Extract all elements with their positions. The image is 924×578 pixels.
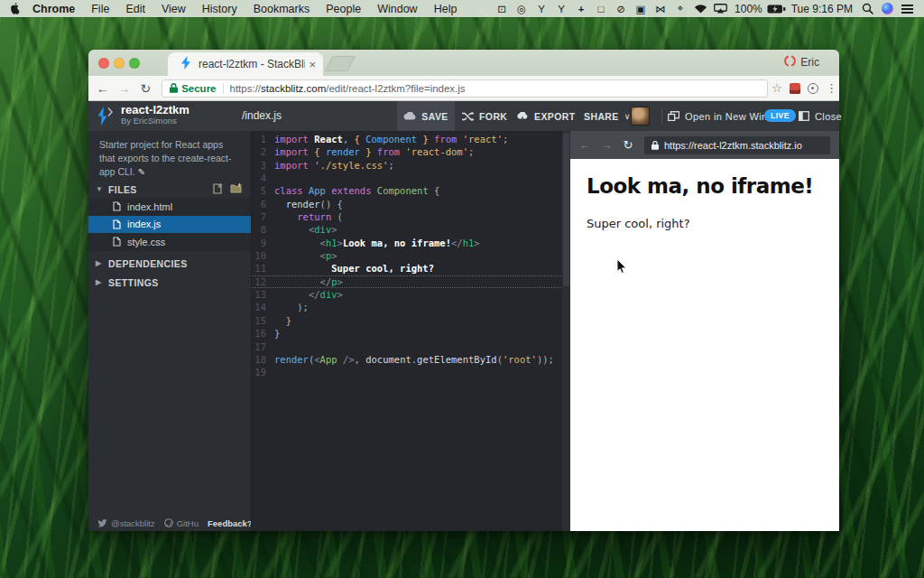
- menu-item-people[interactable]: People: [318, 3, 369, 15]
- code-line-17[interactable]: 17: [252, 340, 570, 353]
- new-file-icon[interactable]: [213, 183, 223, 196]
- menu-item-edit[interactable]: Edit: [117, 3, 153, 15]
- bookmark-star-icon[interactable]: ☆: [772, 81, 782, 95]
- github-link[interactable]: GitHu: [164, 518, 199, 528]
- preview-lock-icon: [651, 141, 659, 150]
- screenshot-app-icon[interactable]: ▣: [631, 0, 651, 17]
- health-app-icon[interactable]: +: [571, 0, 591, 17]
- code-line-3[interactable]: 3import './style.css';: [252, 159, 570, 172]
- dependencies-section-header[interactable]: ▶ DEPENDENCIES: [88, 255, 251, 272]
- save-button[interactable]: SAVE: [397, 101, 455, 131]
- extension-icon-1[interactable]: [790, 83, 800, 94]
- airplay-icon[interactable]: [710, 0, 730, 17]
- export-button[interactable]: EXPORT: [516, 101, 576, 131]
- editor-scrollbar-thumb[interactable]: [563, 133, 569, 286]
- file-row-style.css[interactable]: style.css: [88, 233, 251, 251]
- edit-description-icon[interactable]: ✎: [138, 167, 145, 177]
- preview-back-button[interactable]: ←: [574, 138, 596, 152]
- wifi-icon[interactable]: [690, 0, 710, 17]
- tab-close-icon[interactable]: ×: [309, 58, 316, 71]
- window-minimize-button[interactable]: [114, 58, 125, 69]
- file-row-index.js[interactable]: index.js: [88, 216, 251, 234]
- close-preview-button[interactable]: Close: [799, 101, 842, 131]
- window-app-icon[interactable]: □: [591, 0, 611, 17]
- back-button[interactable]: ←: [92, 81, 114, 96]
- clock[interactable]: Tue 9:16 PM: [787, 3, 857, 15]
- macos-menu-bar: Chrome File Edit View History Bookmarks …: [0, 0, 924, 17]
- code-line-7[interactable]: 7 return (: [252, 210, 570, 223]
- reload-button[interactable]: ↻: [134, 81, 156, 96]
- code-line-16[interactable]: 16}: [252, 327, 570, 340]
- line-number: 19: [252, 366, 266, 378]
- code-line-8[interactable]: 8 <div>: [252, 223, 570, 236]
- preview-forward-button[interactable]: →: [596, 138, 617, 152]
- browser-profile[interactable]: Eric: [784, 55, 819, 70]
- window-close-button[interactable]: [98, 58, 109, 69]
- new-folder-icon[interactable]: [230, 183, 242, 196]
- code-line-18[interactable]: 18render(<App />, document.getElementByI…: [252, 353, 570, 366]
- menu-item-chrome[interactable]: Chrome: [24, 3, 83, 15]
- share-button[interactable]: SHARE ∨: [584, 101, 631, 131]
- notification-center-icon[interactable]: [897, 0, 917, 17]
- sync-app-icon[interactable]: ⋈: [651, 0, 670, 17]
- feedback-link[interactable]: Feedback?: [208, 518, 253, 528]
- menu-item-view[interactable]: View: [153, 3, 194, 15]
- cloud-icon: [403, 112, 416, 120]
- code-editor[interactable]: 1import React, { Component } from 'react…: [251, 131, 570, 531]
- menu-item-window[interactable]: Window: [369, 3, 425, 15]
- code-line-14[interactable]: 14 );: [252, 301, 570, 313]
- files-section-header[interactable]: ▼ FILES: [88, 181, 251, 198]
- spotlight-icon[interactable]: [857, 0, 877, 17]
- code-line-12[interactable]: 12 </p>: [252, 275, 570, 288]
- preview-reload-button[interactable]: ↻: [617, 138, 639, 152]
- code-line-13[interactable]: 13 </div>: [252, 288, 570, 301]
- new-tab-button[interactable]: [324, 56, 356, 71]
- user-avatar[interactable]: [631, 107, 650, 126]
- chrome-menu-icon[interactable]: ⋮: [826, 81, 839, 95]
- address-bar[interactable]: Secure https://stackblitz.com/edit/react…: [162, 79, 768, 98]
- twitter-link[interactable]: @stackblitz: [97, 518, 155, 528]
- siri-icon[interactable]: [877, 0, 897, 17]
- crosshair-icon[interactable]: ⌖: [670, 0, 690, 17]
- settings-section-header[interactable]: ▶ SETTINGS: [88, 274, 251, 291]
- menu-item-bookmarks[interactable]: Bookmarks: [245, 3, 319, 15]
- apple-menu-icon[interactable]: [9, 3, 24, 14]
- code-line-5[interactable]: 5class App extends Component {: [252, 184, 570, 197]
- preview-pane: ← → ↻ https://react-l2ztkm.stackblitz.io…: [570, 131, 839, 531]
- file-row-index.html[interactable]: index.html: [88, 198, 251, 216]
- code-line-6[interactable]: 6 render() {: [252, 198, 570, 210]
- browser-tab-active[interactable]: react-l2ztkm - StackBlitz ×: [168, 52, 323, 76]
- stackblitz-logo-icon[interactable]: [97, 107, 116, 129]
- mouse-cursor: [616, 258, 627, 278]
- window-zoom-button[interactable]: [129, 58, 140, 69]
- swirl-app-icon[interactable]: ◎: [512, 0, 531, 17]
- code-line-19[interactable]: 19: [252, 366, 570, 378]
- secure-indicator[interactable]: Secure: [170, 83, 216, 94]
- battery-charging-icon[interactable]: [767, 0, 787, 17]
- menu-item-file[interactable]: File: [83, 3, 117, 15]
- extension-icon-2[interactable]: [808, 83, 818, 94]
- do-not-disturb-icon[interactable]: ⊘: [611, 0, 631, 17]
- forward-button[interactable]: →: [114, 81, 135, 96]
- code-line-15[interactable]: 15 }: [252, 314, 570, 327]
- menu-item-help[interactable]: Help: [426, 3, 466, 15]
- code-line-9[interactable]: 9 <h1>Look ma, no iframe!</h1>: [252, 237, 570, 249]
- preview-address-bar[interactable]: https://react-l2ztkm.stackblitz.io: [644, 136, 830, 154]
- chrome-toolbar: ← → ↻ Secure https://stackblitz.com/edit…: [88, 76, 839, 101]
- workflow-icon-2[interactable]: Y: [551, 0, 571, 17]
- project-description: Starter project for React apps that expo…: [88, 131, 251, 179]
- fork-button[interactable]: FORK: [462, 101, 507, 131]
- line-number: 7: [252, 210, 266, 223]
- code-line-4[interactable]: 4: [252, 172, 570, 184]
- code-line-1[interactable]: 1import React, { Component } from 'react…: [252, 133, 570, 145]
- project-name[interactable]: react-l2ztkm: [121, 104, 189, 117]
- code-line-10[interactable]: 10 <p>: [252, 249, 570, 262]
- video-capture-icon[interactable]: ⊡: [492, 0, 512, 17]
- line-number: 1: [252, 133, 266, 145]
- code-line-11[interactable]: 11 Super cool, right?: [252, 262, 570, 275]
- workflow-icon-1[interactable]: Y: [531, 0, 551, 17]
- menu-item-history[interactable]: History: [194, 3, 245, 15]
- project-byline[interactable]: By EricSimons: [121, 117, 189, 126]
- editor-scrollbar[interactable]: [562, 131, 570, 531]
- code-line-2[interactable]: 2import { render } from 'react-dom';: [252, 145, 570, 158]
